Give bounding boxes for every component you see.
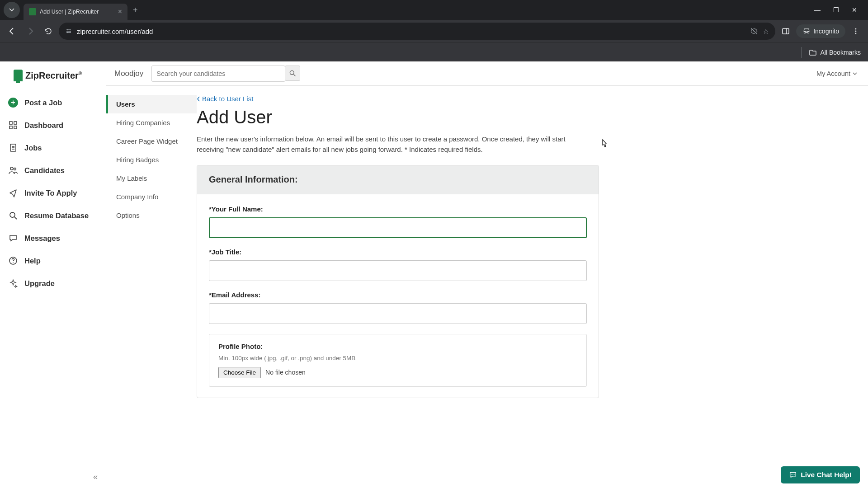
svg-point-22 (290, 70, 294, 75)
incognito-label: Incognito (813, 28, 839, 35)
org-name: Moodjoy (114, 69, 143, 78)
browser-menu-button[interactable] (848, 23, 863, 39)
bookmarks-bar: All Bookmarks (0, 42, 868, 61)
svg-point-21 (13, 263, 14, 263)
page: ZipRecruiter® + Post a Job Dashboard Job… (0, 61, 868, 488)
new-tab-button[interactable]: + (133, 5, 138, 15)
bookmark-star-icon[interactable]: ☆ (763, 27, 769, 36)
folder-icon (809, 48, 817, 56)
tab-strip: Add User | ZipRecruiter × + — ❐ ✕ (0, 0, 868, 20)
sidebar-item-jobs[interactable]: Jobs (0, 136, 106, 159)
subnav-item-my-labels[interactable]: My Labels (106, 169, 197, 188)
sidebar-item-upgrade[interactable]: Upgrade (0, 272, 106, 295)
job-title-input[interactable] (209, 260, 587, 281)
content: Back to User List Add User Enter the new… (197, 86, 613, 488)
favicon-icon (29, 8, 36, 15)
svg-point-5 (855, 28, 857, 30)
search-button[interactable] (285, 66, 300, 81)
sidebar-item-label: Messages (24, 234, 60, 243)
sidebar-item-messages[interactable]: Messages (0, 227, 106, 249)
sidebar-item-resume-database[interactable]: Resume Database (0, 204, 106, 227)
browser-tab[interactable]: Add User | ZipRecruiter × (24, 4, 127, 20)
incognito-icon (802, 27, 811, 35)
subnav-item-company-info[interactable]: Company Info (106, 188, 197, 206)
svg-point-0 (67, 29, 68, 30)
svg-point-26 (794, 474, 795, 475)
full-name-input[interactable] (209, 217, 587, 238)
people-icon (8, 165, 18, 175)
incognito-badge[interactable]: Incognito (796, 24, 845, 38)
grid-icon (8, 120, 18, 130)
sidebar-item-label: Candidates (24, 166, 65, 175)
svg-line-19 (14, 217, 17, 219)
svg-point-17 (14, 168, 16, 170)
job-title-label: *Job Title: (209, 248, 587, 256)
sidebar-item-invite-to-apply[interactable]: Invite To Apply (0, 182, 106, 204)
all-bookmarks-button[interactable]: All Bookmarks (809, 48, 861, 56)
eye-off-icon[interactable] (750, 27, 758, 35)
page-title: Add User (197, 107, 599, 127)
search-input[interactable] (156, 70, 280, 77)
forward-button[interactable] (23, 23, 38, 39)
sidebar-item-dashboard[interactable]: Dashboard (0, 114, 106, 136)
kebab-icon (852, 28, 859, 35)
maximize-icon[interactable]: ❐ (833, 6, 839, 14)
side-panel-button[interactable] (778, 23, 793, 39)
back-button[interactable] (5, 23, 20, 39)
svg-rect-11 (14, 126, 17, 129)
reload-button[interactable] (41, 23, 56, 39)
subnav-item-users[interactable]: Users (106, 95, 197, 113)
sidebar-item-label: Help (24, 257, 41, 265)
sidebar-item-label: Dashboard (24, 121, 63, 130)
general-info-panel: General Information: *Your Full Name: *J… (197, 165, 599, 398)
divider (801, 47, 802, 58)
live-chat-button[interactable]: Live Chat Help! (781, 466, 860, 483)
back-link-label: Back to User List (202, 95, 253, 103)
close-icon[interactable]: × (118, 8, 122, 16)
email-input[interactable] (209, 303, 587, 324)
candidate-search[interactable] (151, 66, 285, 82)
profile-photo-section: Profile Photo: Min. 100px wide (.jpg, .g… (209, 334, 587, 387)
arrow-left-icon (8, 27, 16, 35)
panel-icon (782, 27, 790, 35)
tab-search-button[interactable] (4, 2, 20, 18)
plus-circle-icon: + (8, 98, 18, 108)
svg-point-18 (10, 212, 15, 217)
svg-point-16 (10, 167, 13, 170)
header: Moodjoy My Account (106, 61, 868, 86)
sidebar-item-help[interactable]: Help (0, 249, 106, 272)
primary-sidebar: ZipRecruiter® + Post a Job Dashboard Job… (0, 61, 106, 488)
subnav-item-options[interactable]: Options (106, 206, 197, 225)
address-bar[interactable]: ziprecruiter.com/user/add ☆ (59, 23, 775, 40)
photo-hint: Min. 100px wide (.jpg, .gif, or .png) an… (218, 355, 577, 361)
choose-file-button[interactable]: Choose File (218, 367, 261, 378)
close-window-icon[interactable]: ✕ (852, 6, 857, 14)
arrow-right-icon (26, 27, 34, 35)
svg-rect-8 (9, 122, 12, 124)
logo[interactable]: ZipRecruiter® (0, 70, 106, 91)
collapse-sidebar-button[interactable]: « (93, 472, 98, 482)
url-text: ziprecruiter.com/user/add (77, 28, 745, 35)
back-to-user-list-link[interactable]: Back to User List (197, 95, 253, 103)
site-settings-icon[interactable] (65, 28, 72, 35)
send-icon (8, 188, 18, 198)
my-account-label: My Account (816, 70, 850, 77)
subnav-item-hiring-badges[interactable]: Hiring Badges (106, 150, 197, 169)
minimize-icon[interactable]: — (814, 6, 821, 14)
chevron-left-icon (197, 96, 200, 102)
settings-subnav: Users Hiring Companies Career Page Widge… (106, 86, 197, 488)
sparkle-icon (8, 278, 18, 288)
sidebar-item-label: Invite To Apply (24, 189, 77, 197)
logo-text: ZipRecruiter® (25, 70, 82, 81)
tab-title: Add User | ZipRecruiter (40, 9, 114, 15)
logo-mark-icon (14, 70, 23, 81)
subnav-item-career-page-widget[interactable]: Career Page Widget (106, 132, 197, 150)
chat-bubble-icon (789, 471, 797, 479)
all-bookmarks-label: All Bookmarks (821, 49, 861, 56)
my-account-menu[interactable]: My Account (816, 70, 857, 77)
search-icon (289, 70, 296, 77)
subnav-item-hiring-companies[interactable]: Hiring Companies (106, 113, 197, 132)
sidebar-item-candidates[interactable]: Candidates (0, 159, 106, 182)
sidebar-item-post-a-job[interactable]: + Post a Job (0, 91, 106, 114)
svg-point-25 (793, 474, 793, 475)
